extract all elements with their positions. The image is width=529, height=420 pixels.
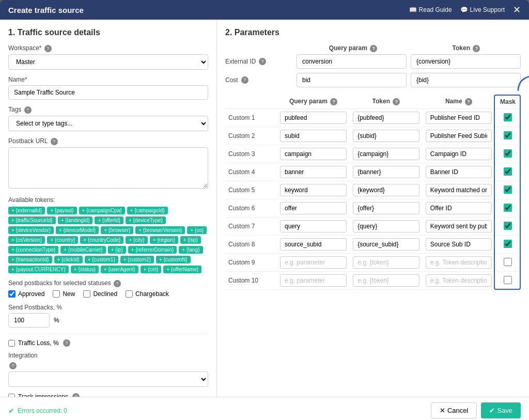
cancel-button[interactable]: ✕ Cancel xyxy=(431,402,477,418)
tags-select[interactable]: Select or type tags... xyxy=(8,116,208,131)
custom-query-input[interactable] xyxy=(280,148,347,160)
token-badge[interactable]: + {custom1} xyxy=(85,256,118,263)
live-support-link[interactable]: 💬 Live Support xyxy=(460,6,505,13)
token-badge[interactable]: + {os} xyxy=(187,226,207,234)
custom-name-input[interactable] xyxy=(426,184,492,196)
token-badge[interactable]: + {payout} xyxy=(47,207,76,214)
custom-token-input[interactable] xyxy=(353,184,419,196)
token-badge[interactable]: + {trafficSourceId} xyxy=(8,216,56,224)
custom-token-input[interactable] xyxy=(353,238,419,251)
token-badge[interactable]: + {status} xyxy=(71,266,99,273)
token-badge[interactable]: + {landingId} xyxy=(58,216,93,224)
token-badge[interactable]: + {clickId} xyxy=(54,256,83,263)
external-id-query-input[interactable] xyxy=(297,54,407,69)
send-postbacks-help-icon[interactable]: ? xyxy=(114,280,121,287)
custom-token-input[interactable] xyxy=(353,220,419,232)
custom-query-input[interactable] xyxy=(280,274,347,287)
custom-token-input[interactable] xyxy=(353,112,419,124)
token-help-icon[interactable]: ? xyxy=(473,45,480,52)
token-badge[interactable]: + {country} xyxy=(47,236,78,244)
traffic-loss-help-icon[interactable]: ? xyxy=(63,339,70,347)
custom-name-input[interactable] xyxy=(426,238,492,251)
custom-name-input[interactable] xyxy=(426,202,492,214)
token-badge[interactable]: + {offerId} xyxy=(95,216,123,224)
integration-help-icon[interactable]: ? xyxy=(9,362,17,369)
status-checkbox-new[interactable] xyxy=(53,290,60,298)
token-badge[interactable]: + {mobileCarrier} xyxy=(60,246,105,254)
custom-token-help-icon[interactable]: ? xyxy=(393,98,400,105)
close-button[interactable]: ✕ xyxy=(513,5,521,14)
custom-name-input[interactable] xyxy=(426,130,492,142)
custom-token-input[interactable] xyxy=(353,256,419,269)
custom-query-input[interactable] xyxy=(280,112,347,124)
token-badge[interactable]: + {payout.CURRENCY} xyxy=(8,266,69,273)
custom-query-input[interactable] xyxy=(280,238,347,251)
postback-url-help-icon[interactable]: ? xyxy=(51,138,58,145)
token-badge[interactable]: + {city} xyxy=(126,236,147,244)
custom-mask-checkbox[interactable] xyxy=(504,240,512,248)
track-impressions-help-icon[interactable]: ? xyxy=(72,393,80,397)
token-badge[interactable]: + {campaignCpa} xyxy=(79,207,125,214)
cost-token-input[interactable] xyxy=(411,73,521,87)
token-badge[interactable]: + {customN} xyxy=(156,256,191,263)
custom-query-input[interactable] xyxy=(280,202,347,214)
custom-mask-checkbox[interactable] xyxy=(504,149,512,158)
cost-help-icon[interactable]: ? xyxy=(241,76,248,84)
custom-token-input[interactable] xyxy=(353,148,419,160)
external-id-token-input[interactable] xyxy=(411,54,521,69)
custom-name-input[interactable] xyxy=(426,166,492,178)
token-badge[interactable]: + {region} xyxy=(150,236,178,244)
custom-mask-checkbox[interactable] xyxy=(504,222,512,230)
custom-query-input[interactable] xyxy=(280,184,347,196)
read-guide-link[interactable]: 📖 Read Guide xyxy=(409,6,452,13)
custom-query-help-icon[interactable]: ? xyxy=(330,98,337,105)
custom-token-input[interactable] xyxy=(353,166,419,178)
custom-mask-checkbox[interactable] xyxy=(504,204,512,212)
custom-mask-checkbox[interactable] xyxy=(504,113,512,121)
workspace-select[interactable]: Master xyxy=(8,54,208,70)
external-id-help-icon[interactable]: ? xyxy=(259,58,266,65)
token-badge[interactable]: + {lang} xyxy=(179,246,203,254)
token-badge[interactable]: + {deviceType} xyxy=(126,216,166,224)
custom-mask-checkbox[interactable] xyxy=(504,131,512,139)
custom-query-input[interactable] xyxy=(280,130,347,142)
token-badge[interactable]: + {campaignId} xyxy=(127,207,168,214)
token-badge[interactable]: + {cet} xyxy=(141,266,162,273)
custom-query-input[interactable] xyxy=(280,166,347,178)
name-input[interactable] xyxy=(8,85,208,100)
custom-name-input[interactable] xyxy=(426,220,492,232)
token-badge[interactable]: + {transactionId} xyxy=(8,256,52,263)
token-badge[interactable]: + {deviceModel} xyxy=(56,226,99,234)
status-checkbox-declined[interactable] xyxy=(83,290,90,298)
custom-name-input[interactable] xyxy=(426,274,492,287)
custom-name-input[interactable] xyxy=(426,148,492,160)
custom-name-input[interactable] xyxy=(426,112,492,124)
percentage-input[interactable] xyxy=(8,313,50,328)
token-badge[interactable]: + {browser} xyxy=(101,226,133,234)
token-badge[interactable]: + {deviceVendor} xyxy=(8,226,54,234)
custom-mask-checkbox[interactable] xyxy=(504,258,512,266)
custom-token-input[interactable] xyxy=(353,274,419,287)
token-badge[interactable]: + {offerName} xyxy=(163,266,201,273)
token-badge[interactable]: + {ip} xyxy=(108,246,126,254)
custom-token-input[interactable] xyxy=(353,202,419,214)
custom-query-input[interactable] xyxy=(280,256,347,269)
query-param-help-icon[interactable]: ? xyxy=(370,45,377,52)
token-badge[interactable]: + {custom2} xyxy=(120,256,154,263)
status-checkbox-approved[interactable] xyxy=(8,290,15,298)
integration-select[interactable] xyxy=(8,371,208,387)
token-badge[interactable]: + {browserVersion} xyxy=(135,226,185,234)
traffic-loss-checkbox[interactable] xyxy=(8,340,15,347)
custom-mask-checkbox[interactable] xyxy=(504,167,512,176)
cost-query-input[interactable] xyxy=(297,73,407,87)
track-impressions-checkbox[interactable] xyxy=(8,394,15,397)
save-button[interactable]: ✔ Save xyxy=(481,402,521,418)
token-badge[interactable]: + {referrerDomain} xyxy=(128,246,177,254)
token-badge[interactable]: + {userAgent} xyxy=(101,266,138,273)
status-checkbox-chargeback[interactable] xyxy=(126,290,133,298)
workspace-help-icon[interactable]: ? xyxy=(44,45,52,52)
custom-mask-checkbox[interactable] xyxy=(504,185,512,194)
custom-name-help-icon[interactable]: ? xyxy=(465,98,472,105)
token-badge[interactable]: + {countryCode} xyxy=(80,236,123,244)
custom-mask-checkbox[interactable] xyxy=(504,276,512,284)
